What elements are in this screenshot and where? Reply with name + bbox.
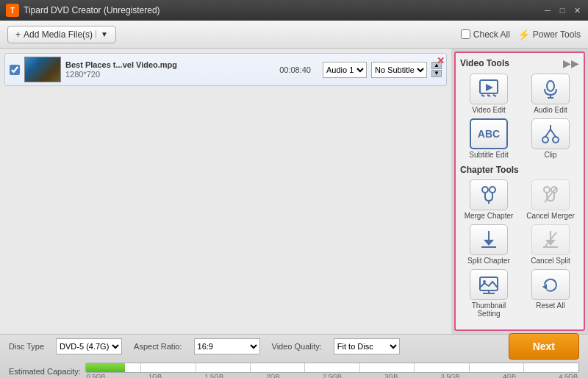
video-edit-tool[interactable]: Video Edit	[460, 74, 517, 114]
cancel-split-label: Cancel Split	[531, 257, 570, 265]
reset-all-tool[interactable]: Reset All	[522, 269, 579, 318]
svg-marker-1	[486, 84, 493, 91]
split-chapter-label: Split Chapter	[467, 257, 510, 265]
capacity-mark-6: 3.5GB	[441, 373, 460, 379]
check-all-label: Check All	[473, 29, 510, 40]
reset-all-icon	[540, 274, 561, 295]
capacity-mark-1: 1GB	[148, 373, 162, 379]
svg-line-8	[551, 129, 556, 137]
capacity-bar-fill	[86, 363, 126, 372]
video-edit-icon	[478, 79, 499, 99]
video-tools-grid: Video Edit Audio Edit ABC	[460, 74, 579, 159]
thumbnail-setting-icon	[478, 274, 499, 295]
next-button[interactable]: Next	[509, 333, 579, 360]
minimize-icon[interactable]: ─	[542, 5, 553, 15]
cancel-split-icon	[540, 229, 561, 250]
audio-edit-icon	[540, 79, 561, 99]
titlebar: T Tipard DVD Creator (Unregistered) ─ □ …	[0, 0, 588, 21]
svg-point-11	[490, 187, 495, 193]
capacity-mark-4: 2.5GB	[323, 373, 342, 379]
video-tools-title: Video Tools	[460, 58, 509, 68]
file-duration: 00:08:40	[279, 65, 318, 74]
thumbnail-setting-button[interactable]	[470, 269, 508, 300]
video-edit-button[interactable]	[470, 74, 508, 104]
bottom-bar: Disc Type DVD-5 (4.7G) DVD-9 (8.5G) BD-2…	[0, 334, 588, 378]
video-tools-panel: Video Tools ▶▶ Video Edit	[454, 51, 585, 331]
main-area: ✕ Best Places t...vel Video.mpg 1280*720…	[0, 49, 588, 334]
merge-chapter-button[interactable]	[470, 179, 508, 210]
aspect-ratio-select[interactable]: 16:9 4:3	[194, 338, 260, 354]
subtitle-edit-button[interactable]: ABC	[470, 118, 508, 149]
disc-type-select[interactable]: DVD-5 (4.7G) DVD-9 (8.5G) BD-25 BD-50	[56, 338, 122, 354]
add-icon: +	[15, 29, 21, 40]
capacity-bar-container	[85, 363, 579, 373]
capacity-bar-wrapper: 0.5GB 1GB 1.5GB 2GB 2.5GB 3GB 3.5GB 4GB …	[85, 363, 579, 379]
file-list-panel: ✕ Best Places t...vel Video.mpg 1280*720…	[0, 49, 451, 334]
svg-line-7	[545, 129, 551, 137]
reset-all-button[interactable]	[531, 269, 570, 300]
thumbnail-setting-label: ThumbnailSetting	[472, 302, 506, 318]
capacity-mark-2: 1.5GB	[204, 373, 223, 379]
power-tools-button[interactable]: ⚡ Power Tools	[517, 29, 581, 40]
capacity-mark-0: 0.5GB	[87, 373, 106, 379]
capacity-marks: 0.5GB 1GB 1.5GB 2GB 2.5GB 3GB 3.5GB 4GB …	[85, 373, 579, 379]
window-controls: ─ □ ✕	[542, 5, 582, 15]
cancel-merger-button[interactable]	[531, 179, 570, 210]
file-checkbox[interactable]	[10, 65, 20, 75]
order-down-button[interactable]: ▼	[431, 70, 442, 77]
estimated-capacity-label: Estimated Capacity:	[9, 367, 81, 376]
add-media-dropdown-icon[interactable]: ▼	[96, 30, 108, 38]
toolbar: + Add Media File(s) ▼ Check All ⚡ Power …	[0, 21, 588, 49]
audio-select[interactable]: Audio 1	[323, 62, 367, 78]
file-remove-icon[interactable]: ✕	[437, 55, 445, 66]
capacity-mark-5: 3GB	[384, 373, 398, 379]
file-info: Best Places t...vel Video.mpg 1280*720	[65, 60, 275, 79]
close-icon[interactable]: ✕	[572, 5, 582, 15]
svg-point-5	[542, 137, 548, 143]
maximize-icon[interactable]: □	[557, 5, 567, 15]
app-title: Tipard DVD Creator (Unregistered)	[24, 5, 542, 15]
cancel-split-tool[interactable]: Cancel Split	[522, 224, 579, 265]
video-quality-select[interactable]: Fit to Disc High Medium Low	[334, 338, 400, 354]
add-media-button[interactable]: + Add Media File(s) ▼	[7, 26, 116, 43]
app-icon: T	[6, 4, 19, 17]
capacity-mark-8: 4.5GB	[559, 373, 578, 379]
chapter-tools-grid: Merge Chapter Cancel Merger	[460, 179, 579, 318]
audio-edit-button[interactable]	[531, 74, 570, 104]
settings-row: Disc Type DVD-5 (4.7G) DVD-9 (8.5G) BD-2…	[9, 333, 579, 360]
cancel-merger-icon	[540, 185, 561, 205]
split-chapter-button[interactable]	[470, 224, 508, 255]
panel-collapse-icon[interactable]: ▶▶	[563, 57, 579, 69]
subtitle-edit-tool[interactable]: ABC Subtitle Edit	[460, 118, 517, 159]
audio-edit-tool[interactable]: Audio Edit	[522, 74, 579, 114]
merge-chapter-label: Merge Chapter	[465, 212, 514, 220]
power-tools-label: Power Tools	[533, 29, 581, 40]
check-all-checkbox[interactable]	[461, 29, 470, 39]
subtitle-select[interactable]: No Subtitle	[371, 62, 427, 78]
svg-point-2	[547, 81, 554, 91]
split-chapter-tool[interactable]: Split Chapter	[460, 224, 517, 265]
video-edit-label: Video Edit	[472, 106, 505, 114]
capacity-mark-3: 2GB	[267, 373, 280, 379]
aspect-ratio-label: Aspect Ratio:	[134, 342, 182, 351]
thumbnail-setting-tool[interactable]: ThumbnailSetting	[460, 269, 517, 318]
merge-chapter-icon	[478, 185, 499, 205]
file-thumbnail	[24, 57, 61, 82]
check-all-area: Check All	[461, 29, 510, 40]
merge-chapter-tool[interactable]: Merge Chapter	[460, 179, 517, 220]
subtitle-edit-icon: ABC	[478, 128, 500, 140]
clip-button[interactable]	[531, 118, 570, 149]
cancel-merger-label: Cancel Merger	[526, 212, 575, 220]
reset-all-label: Reset All	[536, 302, 564, 310]
svg-point-13	[544, 187, 550, 193]
cancel-split-button[interactable]	[531, 224, 570, 255]
clip-icon	[540, 124, 561, 144]
power-tools-icon: ⚡	[517, 29, 530, 40]
file-name: Best Places t...vel Video.mpg	[65, 60, 275, 69]
capacity-mark-7: 4GB	[503, 373, 516, 379]
clip-tool[interactable]: Clip	[522, 118, 579, 159]
add-media-label: Add Media File(s)	[24, 29, 93, 40]
cancel-merger-tool[interactable]: Cancel Merger	[522, 179, 579, 220]
split-chapter-icon	[478, 229, 499, 250]
svg-marker-27	[542, 284, 547, 290]
